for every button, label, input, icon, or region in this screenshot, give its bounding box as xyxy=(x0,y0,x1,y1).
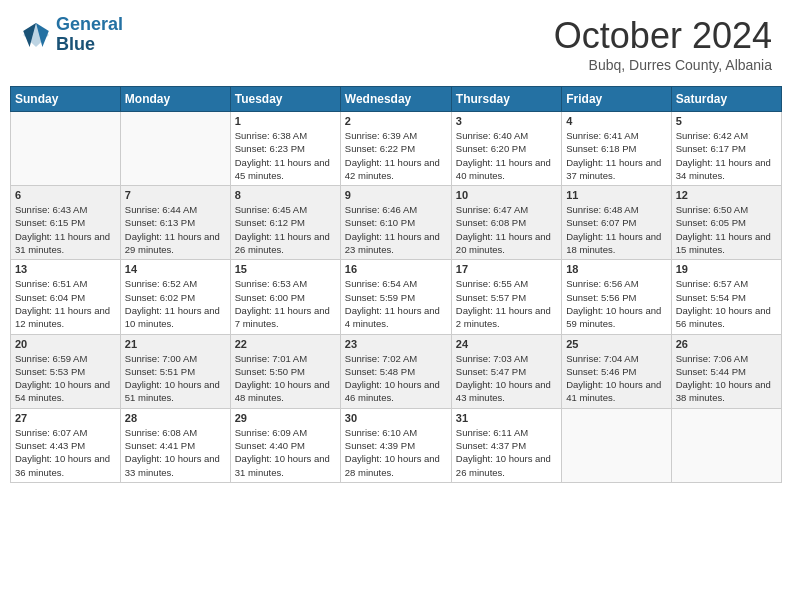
day-info: Sunrise: 6:44 AM Sunset: 6:13 PM Dayligh… xyxy=(125,203,226,256)
table-row: 22Sunrise: 7:01 AM Sunset: 5:50 PM Dayli… xyxy=(230,334,340,408)
day-number: 11 xyxy=(566,189,666,201)
table-row: 31Sunrise: 6:11 AM Sunset: 4:37 PM Dayli… xyxy=(451,408,561,482)
day-info: Sunrise: 6:09 AM Sunset: 4:40 PM Dayligh… xyxy=(235,426,336,479)
table-row xyxy=(120,112,230,186)
day-info: Sunrise: 7:00 AM Sunset: 5:51 PM Dayligh… xyxy=(125,352,226,405)
day-number: 30 xyxy=(345,412,447,424)
calendar-week-row: 1Sunrise: 6:38 AM Sunset: 6:23 PM Daylig… xyxy=(11,112,782,186)
day-number: 18 xyxy=(566,263,666,275)
day-info: Sunrise: 6:55 AM Sunset: 5:57 PM Dayligh… xyxy=(456,277,557,330)
calendar-week-row: 13Sunrise: 6:51 AM Sunset: 6:04 PM Dayli… xyxy=(11,260,782,334)
day-number: 26 xyxy=(676,338,777,350)
day-number: 24 xyxy=(456,338,557,350)
day-number: 25 xyxy=(566,338,666,350)
table-row: 7Sunrise: 6:44 AM Sunset: 6:13 PM Daylig… xyxy=(120,186,230,260)
day-info: Sunrise: 6:57 AM Sunset: 5:54 PM Dayligh… xyxy=(676,277,777,330)
day-info: Sunrise: 6:07 AM Sunset: 4:43 PM Dayligh… xyxy=(15,426,116,479)
day-info: Sunrise: 6:08 AM Sunset: 4:41 PM Dayligh… xyxy=(125,426,226,479)
table-row: 9Sunrise: 6:46 AM Sunset: 6:10 PM Daylig… xyxy=(340,186,451,260)
table-row: 13Sunrise: 6:51 AM Sunset: 6:04 PM Dayli… xyxy=(11,260,121,334)
table-row: 28Sunrise: 6:08 AM Sunset: 4:41 PM Dayli… xyxy=(120,408,230,482)
day-number: 27 xyxy=(15,412,116,424)
col-thursday: Thursday xyxy=(451,87,561,112)
day-info: Sunrise: 6:11 AM Sunset: 4:37 PM Dayligh… xyxy=(456,426,557,479)
day-number: 3 xyxy=(456,115,557,127)
table-row: 11Sunrise: 6:48 AM Sunset: 6:07 PM Dayli… xyxy=(562,186,671,260)
day-number: 29 xyxy=(235,412,336,424)
day-number: 1 xyxy=(235,115,336,127)
day-number: 16 xyxy=(345,263,447,275)
table-row: 24Sunrise: 7:03 AM Sunset: 5:47 PM Dayli… xyxy=(451,334,561,408)
day-number: 5 xyxy=(676,115,777,127)
table-row: 25Sunrise: 7:04 AM Sunset: 5:46 PM Dayli… xyxy=(562,334,671,408)
logo-text: General Blue xyxy=(56,15,123,55)
calendar-header-row: Sunday Monday Tuesday Wednesday Thursday… xyxy=(11,87,782,112)
day-info: Sunrise: 6:51 AM Sunset: 6:04 PM Dayligh… xyxy=(15,277,116,330)
title-block: October 2024 Bubq, Durres County, Albani… xyxy=(554,15,772,73)
table-row xyxy=(671,408,781,482)
table-row: 15Sunrise: 6:53 AM Sunset: 6:00 PM Dayli… xyxy=(230,260,340,334)
day-number: 7 xyxy=(125,189,226,201)
day-number: 21 xyxy=(125,338,226,350)
table-row: 23Sunrise: 7:02 AM Sunset: 5:48 PM Dayli… xyxy=(340,334,451,408)
table-row: 6Sunrise: 6:43 AM Sunset: 6:15 PM Daylig… xyxy=(11,186,121,260)
col-sunday: Sunday xyxy=(11,87,121,112)
month-title: October 2024 xyxy=(554,15,772,57)
table-row: 1Sunrise: 6:38 AM Sunset: 6:23 PM Daylig… xyxy=(230,112,340,186)
table-row: 12Sunrise: 6:50 AM Sunset: 6:05 PM Dayli… xyxy=(671,186,781,260)
col-wednesday: Wednesday xyxy=(340,87,451,112)
table-row: 27Sunrise: 6:07 AM Sunset: 4:43 PM Dayli… xyxy=(11,408,121,482)
calendar-week-row: 20Sunrise: 6:59 AM Sunset: 5:53 PM Dayli… xyxy=(11,334,782,408)
table-row: 19Sunrise: 6:57 AM Sunset: 5:54 PM Dayli… xyxy=(671,260,781,334)
day-info: Sunrise: 6:54 AM Sunset: 5:59 PM Dayligh… xyxy=(345,277,447,330)
col-saturday: Saturday xyxy=(671,87,781,112)
day-info: Sunrise: 6:59 AM Sunset: 5:53 PM Dayligh… xyxy=(15,352,116,405)
day-info: Sunrise: 6:50 AM Sunset: 6:05 PM Dayligh… xyxy=(676,203,777,256)
day-number: 22 xyxy=(235,338,336,350)
table-row: 21Sunrise: 7:00 AM Sunset: 5:51 PM Dayli… xyxy=(120,334,230,408)
table-row: 3Sunrise: 6:40 AM Sunset: 6:20 PM Daylig… xyxy=(451,112,561,186)
day-info: Sunrise: 6:46 AM Sunset: 6:10 PM Dayligh… xyxy=(345,203,447,256)
day-info: Sunrise: 6:10 AM Sunset: 4:39 PM Dayligh… xyxy=(345,426,447,479)
table-row: 10Sunrise: 6:47 AM Sunset: 6:08 PM Dayli… xyxy=(451,186,561,260)
day-info: Sunrise: 6:48 AM Sunset: 6:07 PM Dayligh… xyxy=(566,203,666,256)
logo-icon xyxy=(20,19,52,51)
day-number: 10 xyxy=(456,189,557,201)
table-row xyxy=(562,408,671,482)
day-info: Sunrise: 7:06 AM Sunset: 5:44 PM Dayligh… xyxy=(676,352,777,405)
day-info: Sunrise: 7:01 AM Sunset: 5:50 PM Dayligh… xyxy=(235,352,336,405)
day-number: 17 xyxy=(456,263,557,275)
table-row: 30Sunrise: 6:10 AM Sunset: 4:39 PM Dayli… xyxy=(340,408,451,482)
day-number: 19 xyxy=(676,263,777,275)
logo: General Blue xyxy=(20,15,123,55)
day-info: Sunrise: 6:39 AM Sunset: 6:22 PM Dayligh… xyxy=(345,129,447,182)
page-header: General Blue October 2024 Bubq, Durres C… xyxy=(10,10,782,78)
table-row: 17Sunrise: 6:55 AM Sunset: 5:57 PM Dayli… xyxy=(451,260,561,334)
day-number: 14 xyxy=(125,263,226,275)
day-info: Sunrise: 6:53 AM Sunset: 6:00 PM Dayligh… xyxy=(235,277,336,330)
day-number: 20 xyxy=(15,338,116,350)
day-number: 4 xyxy=(566,115,666,127)
day-number: 8 xyxy=(235,189,336,201)
day-info: Sunrise: 7:03 AM Sunset: 5:47 PM Dayligh… xyxy=(456,352,557,405)
calendar-week-row: 6Sunrise: 6:43 AM Sunset: 6:15 PM Daylig… xyxy=(11,186,782,260)
day-info: Sunrise: 6:43 AM Sunset: 6:15 PM Dayligh… xyxy=(15,203,116,256)
table-row: 14Sunrise: 6:52 AM Sunset: 6:02 PM Dayli… xyxy=(120,260,230,334)
table-row: 8Sunrise: 6:45 AM Sunset: 6:12 PM Daylig… xyxy=(230,186,340,260)
day-info: Sunrise: 6:52 AM Sunset: 6:02 PM Dayligh… xyxy=(125,277,226,330)
location-subtitle: Bubq, Durres County, Albania xyxy=(554,57,772,73)
table-row xyxy=(11,112,121,186)
table-row: 18Sunrise: 6:56 AM Sunset: 5:56 PM Dayli… xyxy=(562,260,671,334)
day-number: 28 xyxy=(125,412,226,424)
day-number: 9 xyxy=(345,189,447,201)
day-number: 31 xyxy=(456,412,557,424)
table-row: 26Sunrise: 7:06 AM Sunset: 5:44 PM Dayli… xyxy=(671,334,781,408)
table-row: 5Sunrise: 6:42 AM Sunset: 6:17 PM Daylig… xyxy=(671,112,781,186)
day-number: 23 xyxy=(345,338,447,350)
table-row: 16Sunrise: 6:54 AM Sunset: 5:59 PM Dayli… xyxy=(340,260,451,334)
day-number: 13 xyxy=(15,263,116,275)
day-number: 12 xyxy=(676,189,777,201)
col-friday: Friday xyxy=(562,87,671,112)
day-info: Sunrise: 6:56 AM Sunset: 5:56 PM Dayligh… xyxy=(566,277,666,330)
day-info: Sunrise: 6:41 AM Sunset: 6:18 PM Dayligh… xyxy=(566,129,666,182)
